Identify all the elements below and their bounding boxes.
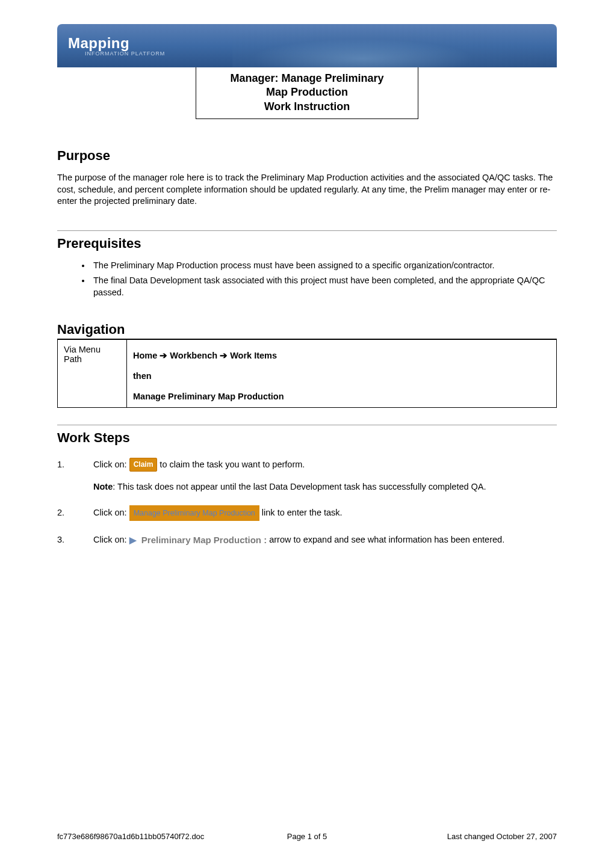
logo-subtitle: INFORMATION PLATFORM: [85, 51, 165, 57]
prereq-item: The Preliminary Map Production process m…: [91, 260, 557, 272]
navigation-heading: Navigation: [57, 322, 557, 339]
work-step: 3. Click on: ▶ Preliminary Map Productio…: [57, 533, 557, 547]
note-label: Note: [93, 482, 113, 491]
prereq-heading: Prerequisites: [57, 236, 557, 251]
step-suffix: to claim the task you want to perform.: [160, 460, 305, 469]
footer-page-total: 5: [323, 832, 327, 841]
nav-then: then: [133, 366, 550, 386]
step-prefix: Click on:: [93, 460, 129, 469]
step-prefix: Click on:: [93, 508, 129, 517]
work-step: 2. Click on: Manage Preliminary Map Prod…: [57, 505, 557, 521]
nav-path: Home ➔ Workbench ➔ Work Items: [133, 345, 550, 366]
step-body: Click on: Claim to claim the task you wa…: [93, 458, 557, 472]
logo-text: Mapping: [68, 35, 129, 51]
title-line-2: Map Production: [201, 85, 413, 99]
arrow-icon: ➔: [220, 351, 230, 360]
note-text: : This task does not appear until the la…: [113, 482, 486, 491]
footer-page-of: of: [312, 832, 323, 841]
nav-label: Via Menu Path: [58, 339, 127, 407]
expand-label: Preliminary Map Production :: [141, 535, 267, 545]
claim-button[interactable]: Claim: [129, 458, 158, 472]
logo: Mapping INFORMATION PLATFORM: [68, 35, 165, 57]
navigation-table: Via Menu Path Home ➔ Workbench ➔ Work It…: [57, 339, 557, 408]
footer-page: Page 1 of 5: [287, 832, 327, 841]
step-number: 1.: [57, 458, 93, 472]
title-line-1: Manager: Manage Preliminary: [201, 72, 413, 85]
purpose-body: The purpose of the manager role here is …: [57, 172, 557, 208]
chevron-right-icon: ▶: [129, 535, 137, 545]
nav-path-cell: Home ➔ Workbench ➔ Work Items then Manag…: [127, 339, 557, 407]
step-prefix: Click on:: [93, 535, 129, 544]
footer-date: Last changed October 27, 2007: [447, 832, 557, 841]
divider: [57, 230, 557, 231]
step-body: Click on: ▶ Preliminary Map Production :…: [93, 533, 557, 547]
header-banner: Mapping INFORMATION PLATFORM: [57, 24, 557, 67]
nav-path-part: Work Items: [230, 351, 277, 360]
footer: fc773e686f98670a1d6b11bb05740f72.doc Pag…: [57, 832, 557, 841]
step-body: Click on: Manage Preliminary Map Product…: [93, 505, 557, 521]
work-step: 1. Click on: Claim to claim the task you…: [57, 458, 557, 472]
preliminary-expand[interactable]: ▶ Preliminary Map Production :: [129, 533, 267, 547]
nav-path-part: Home: [133, 351, 157, 360]
nav-path-part: Workbench: [170, 351, 217, 360]
note-block: Note: This task does not appear until th…: [93, 481, 557, 493]
step-suffix: arrow to expand and see what information…: [269, 535, 504, 544]
footer-page-prefix: Page: [287, 832, 308, 841]
prereq-item: The final Data Development task associat…: [91, 275, 557, 298]
purpose-heading: Purpose: [57, 148, 557, 164]
step-suffix: link to enter the task.: [262, 508, 343, 517]
step-number: 3.: [57, 533, 93, 547]
footer-filename: fc773e686f98670a1d6b11bb05740f72.doc: [57, 832, 204, 841]
title-line-3: Work Instruction: [201, 100, 413, 114]
work-steps-heading: Work Steps: [57, 425, 557, 446]
prereq-list: The Preliminary Map Production process m…: [91, 260, 557, 299]
manage-preliminary-link[interactable]: Manage Preliminary Map Production: [129, 505, 259, 521]
step-number: 2.: [57, 506, 93, 520]
arrow-icon: ➔: [160, 351, 170, 360]
nav-action: Manage Preliminary Map Production: [133, 386, 550, 402]
title-box: Manager: Manage Preliminary Map Producti…: [196, 65, 418, 119]
